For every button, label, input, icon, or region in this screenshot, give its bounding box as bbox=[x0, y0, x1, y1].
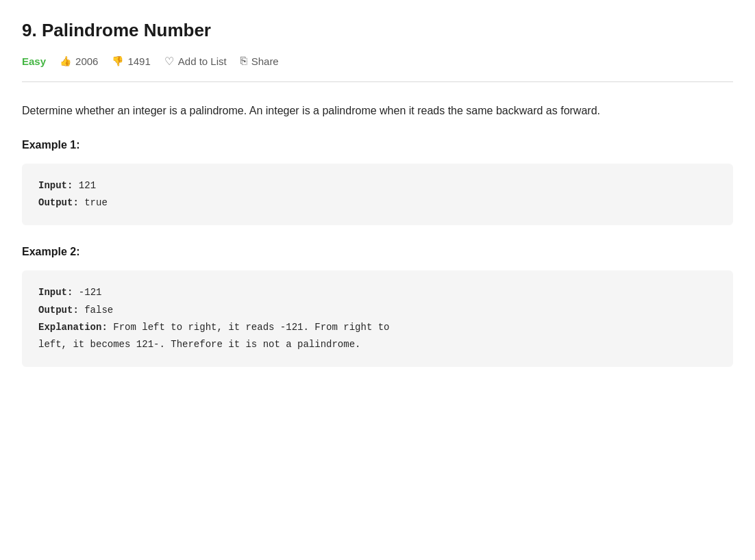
share-button[interactable]: Share bbox=[240, 55, 279, 67]
example-1-code-block: Input: 121 Output: true bbox=[22, 164, 733, 225]
section-divider bbox=[22, 81, 733, 82]
example-2-input-val: -121 bbox=[79, 287, 102, 298]
upvote-button[interactable]: 2006 bbox=[60, 55, 98, 67]
example-1-output-label: Output: bbox=[38, 197, 79, 208]
problem-title: 9. Palindrome Number bbox=[22, 19, 733, 42]
difficulty-badge: Easy bbox=[22, 55, 46, 67]
example-1-input-line: Input: 121 bbox=[38, 177, 717, 194]
example-2-input-label: Input: bbox=[38, 287, 73, 298]
example-2-explanation-label: Explanation: bbox=[38, 322, 108, 333]
example-2-section: Example 2: Input: -121 Output: false Exp… bbox=[22, 246, 733, 367]
thumbs-up-icon bbox=[60, 55, 71, 67]
example-2-output-label: Output: bbox=[38, 305, 79, 316]
example-1-input-label: Input: bbox=[38, 180, 73, 191]
problem-description: Determine whether an integer is a palind… bbox=[22, 101, 733, 120]
downvote-button[interactable]: 1491 bbox=[112, 55, 150, 67]
example-1-section: Example 1: Input: 121 Output: true bbox=[22, 139, 733, 225]
share-label: Share bbox=[251, 55, 279, 67]
upvote-count: 2006 bbox=[75, 55, 98, 67]
example-2-code-block: Input: -121 Output: false Explanation: F… bbox=[22, 270, 733, 367]
example-1-output-val: true bbox=[84, 197, 108, 208]
share-icon bbox=[240, 55, 247, 67]
thumbs-down-icon bbox=[112, 55, 123, 67]
example-2-input-line: Input: -121 bbox=[38, 284, 717, 301]
example-1-output-line: Output: true bbox=[38, 194, 717, 212]
downvote-count: 1491 bbox=[127, 55, 150, 67]
example-2-explanation-line: Explanation: From left to right, it read… bbox=[38, 319, 717, 353]
add-to-list-button[interactable]: Add to List bbox=[164, 55, 227, 68]
example-2-output-line: Output: false bbox=[38, 302, 717, 319]
example-1-title: Example 1: bbox=[22, 139, 733, 151]
heart-icon bbox=[164, 55, 174, 68]
add-to-list-label: Add to List bbox=[178, 55, 227, 67]
example-2-output-val: false bbox=[84, 305, 113, 316]
example-2-title: Example 2: bbox=[22, 246, 733, 258]
meta-bar: Easy 2006 1491 Add to List Share bbox=[22, 55, 733, 68]
example-1-input-val: 121 bbox=[79, 180, 96, 191]
